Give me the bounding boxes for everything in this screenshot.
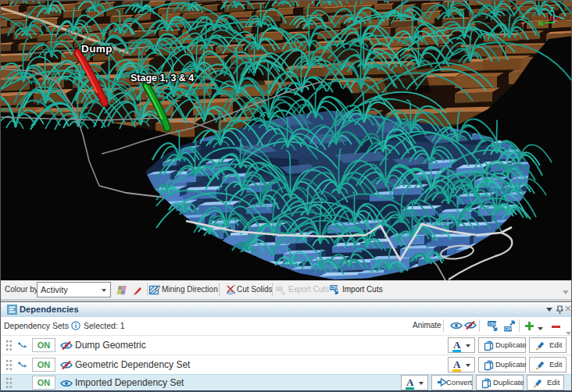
svg-text:E: E	[549, 14, 554, 22]
svg-text:Z: Z	[550, 5, 555, 13]
svg-text:CSV: CSV	[331, 286, 338, 290]
svg-text:N: N	[538, 20, 544, 27]
svg-text:Dump: Dump	[81, 43, 113, 55]
svg-text:Stage 1, 3 & 4: Stage 1, 3 & 4	[130, 73, 194, 84]
svg-text:CSV: CSV	[488, 322, 497, 326]
svg-text:CSV: CSV	[505, 327, 513, 331]
